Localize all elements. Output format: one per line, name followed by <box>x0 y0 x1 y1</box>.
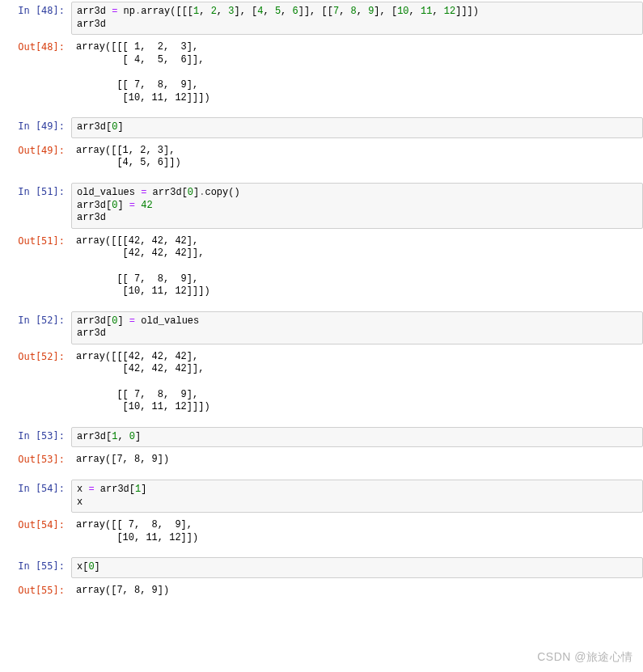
code-token-num: 0 <box>88 561 94 573</box>
code-token-num: 11 <box>421 6 432 17</box>
out-prompt: Out[48]: <box>0 38 71 54</box>
output-cell: Out[55]:array([7, 8, 9]) <box>0 580 643 602</box>
code-token-id: arr3d <box>77 6 112 17</box>
code-output: array([[1, 2, 3], [4, 5, 6]]) <box>71 142 643 173</box>
code-token-id: , <box>117 431 129 442</box>
code-input[interactable]: arr3d[0] = old_values arr3d <box>71 311 643 344</box>
code-token-id: arr3d[ <box>77 315 112 327</box>
code-token-id: , <box>281 6 292 17</box>
in-prompt: In [53]: <box>0 427 71 443</box>
code-token-num: 0 <box>129 431 135 442</box>
code-token-id: ], [ <box>374 6 397 17</box>
in-prompt: In [55]: <box>0 557 71 573</box>
code-output: array([[ 7, 8, 9], [10, 11, 12]]) <box>71 516 643 547</box>
input-cell: In [52]:arr3d[0] = old_values arr3d <box>0 310 643 346</box>
code-token-id: ] <box>141 484 146 495</box>
cell-spacer <box>0 419 643 425</box>
code-token-id: array([[[ <box>141 6 193 17</box>
code-token-id: x <box>77 484 88 495</box>
code-token-id: copy() <box>205 187 239 198</box>
input-cell: In [54]:x = arr3d[1] x <box>0 478 643 514</box>
code-token-id: old_values <box>135 315 199 327</box>
in-prompt: In [49]: <box>0 117 71 133</box>
code-token-id: , <box>263 6 274 17</box>
cell-spacer <box>0 109 643 116</box>
code-token-op: = <box>129 200 135 211</box>
output-cell: Out[54]:array([[ 7, 8, 9], [10, 11, 12]]… <box>0 514 643 549</box>
code-token-op: = <box>88 484 94 495</box>
output-cell: Out[49]:array([[1, 2, 3], [4, 5, 6]]) <box>0 140 643 175</box>
code-output: array([7, 8, 9]) <box>71 581 643 601</box>
input-cell: In [49]:arr3d[0] <box>0 116 643 140</box>
code-token-id: ] <box>117 200 129 211</box>
code-token-id: , <box>339 6 350 17</box>
input-cell: In [53]:arr3d[1, 0] <box>0 425 643 450</box>
code-token-id: , <box>199 6 210 17</box>
output-cell: Out[51]:array([[[42, 42, 42], [42, 42, 4… <box>0 230 643 303</box>
in-prompt: In [51]: <box>0 183 71 199</box>
output-cell: Out[48]:array([[[ 1, 2, 3], [ 4, 5, 6]],… <box>0 36 643 109</box>
output-cell: Out[52]:array([[[42, 42, 42], [42, 42, 4… <box>0 346 643 419</box>
code-token-id: ] <box>117 315 129 327</box>
out-prompt: Out[54]: <box>0 516 71 532</box>
out-prompt: Out[52]: <box>0 348 71 364</box>
code-token-num: 0 <box>188 187 193 198</box>
code-token-num: 12 <box>444 6 455 17</box>
code-input[interactable]: x = arr3d[1] x <box>71 480 643 513</box>
notebook-root: In [48]:arr3d = np.array([[[1, 2, 3], [4… <box>0 0 643 609</box>
code-token-id: arr3d[ <box>77 200 112 211</box>
code-token-num: 5 <box>275 6 281 17</box>
code-token-id: , <box>409 6 421 17</box>
code-input[interactable]: arr3d[1, 0] <box>71 427 643 448</box>
code-output: array([7, 8, 9]) <box>71 450 643 470</box>
code-token-id: arr3d <box>77 212 106 223</box>
code-token-id: x[ <box>77 561 88 573</box>
code-token-id: x <box>77 497 82 508</box>
code-token-num: 6 <box>293 6 298 17</box>
code-token-op: = <box>129 315 135 327</box>
code-token-id: arr3d[ <box>95 484 135 495</box>
code-token-id: np <box>117 6 135 17</box>
code-token-id: arr3d[ <box>77 431 112 442</box>
code-token-id: , <box>357 6 368 17</box>
input-cell: In [55]:x[0] <box>0 556 643 580</box>
code-token-id: arr3d[ <box>77 121 112 133</box>
out-prompt: Out[53]: <box>0 450 71 467</box>
code-token-id: arr3d <box>77 328 106 339</box>
code-input[interactable]: old_values = arr3d[0].copy() arr3d[0] = … <box>71 183 643 229</box>
cell-spacer <box>0 549 643 556</box>
code-token-id: ], [ <box>234 6 257 17</box>
cell-spacer <box>0 303 643 310</box>
code-token-num: 8 <box>351 6 357 17</box>
code-output: array([[[ 1, 2, 3], [ 4, 5, 6]], [[ 7, 8… <box>71 38 643 108</box>
out-prompt: Out[51]: <box>0 232 71 248</box>
code-token-num: 2 <box>211 6 217 17</box>
code-token-id: , <box>432 6 443 17</box>
code-token-num: 10 <box>397 6 408 17</box>
cell-spacer <box>0 602 643 609</box>
code-token-id: , <box>217 6 228 17</box>
code-token-id: ] <box>117 121 123 133</box>
code-output: array([[[42, 42, 42], [42, 42, 42]], [[ … <box>71 232 643 302</box>
code-token-id: arr3d <box>77 19 106 30</box>
cell-spacer <box>0 471 643 478</box>
input-cell: In [51]:old_values = arr3d[0].copy() arr… <box>0 181 643 230</box>
code-token-id: arr3d[ <box>146 187 187 198</box>
code-token-id: ]], [[ <box>298 6 333 17</box>
code-input[interactable]: arr3d = np.array([[[1, 2, 3], [4, 5, 6]]… <box>71 2 643 35</box>
code-token-id: old_values <box>77 187 141 198</box>
output-cell: Out[53]:array([7, 8, 9]) <box>0 449 643 471</box>
code-input[interactable]: x[0] <box>71 557 643 578</box>
code-output: array([[[42, 42, 42], [42, 42, 42]], [[ … <box>71 348 643 417</box>
code-token-num: 42 <box>141 200 152 211</box>
out-prompt: Out[49]: <box>0 142 71 158</box>
input-cell: In [48]:arr3d = np.array([[[1, 2, 3], [4… <box>0 0 643 36</box>
code-token-id: ] <box>95 561 100 573</box>
cell-spacer <box>0 175 643 181</box>
code-input[interactable]: arr3d[0] <box>71 117 643 138</box>
in-prompt: In [48]: <box>0 2 71 18</box>
code-token-id: ]]]) <box>455 6 479 17</box>
in-prompt: In [54]: <box>0 480 71 496</box>
out-prompt: Out[55]: <box>0 581 71 598</box>
code-token-id: ] <box>135 431 141 442</box>
